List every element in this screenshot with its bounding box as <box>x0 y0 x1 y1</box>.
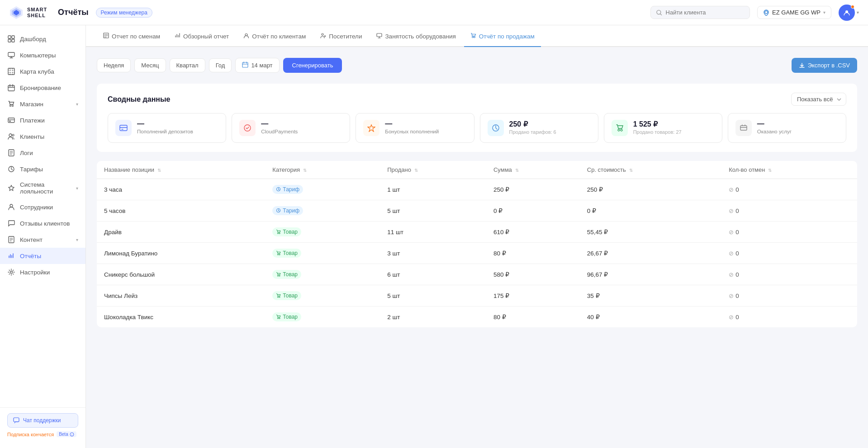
period-btn-квартал[interactable]: Квартал <box>170 58 205 72</box>
sidebar-item-dashboard[interactable]: Дашборд <box>0 31 85 47</box>
svg-point-18 <box>9 134 12 137</box>
summary-section: Сводные данные Показать всё — Пополнений… <box>97 84 857 152</box>
report-content: НеделяМесяцКварталГод 14 мартСгенерирова… <box>86 47 868 338</box>
card-icon-cloud-payments <box>239 120 256 136</box>
manager-mode-badge[interactable]: Режим менеджера <box>96 8 152 18</box>
col-label-name: Название позиции <box>104 166 154 173</box>
sidebar-label-reviews: Отзывы клиентов <box>20 220 78 227</box>
cell-name: Шоколадка Твикс <box>97 307 265 328</box>
sidebar-item-tariffs[interactable]: Тарифы <box>0 161 85 177</box>
sidebar-item-reports[interactable]: Отчёты <box>0 248 85 264</box>
sidebar-item-club-map[interactable]: Карта клуба <box>0 63 85 80</box>
tab-overview-report[interactable]: Обзорный отчет <box>168 25 235 47</box>
cancel-icon: ⊘ <box>729 229 734 236</box>
col-header-sum[interactable]: Сумма ⇅ <box>486 161 580 179</box>
tab-equipment[interactable]: Занятость оборудования <box>370 25 462 47</box>
svg-marker-37 <box>368 125 375 132</box>
tab-label-clients-report: Отчёт по клиентам <box>252 33 306 40</box>
col-header-name[interactable]: Название позиции ⇅ <box>97 161 265 179</box>
svg-rect-31 <box>377 33 382 37</box>
user-chevron[interactable]: ▾ <box>857 10 859 15</box>
category-icon <box>276 229 281 235</box>
col-header-sold[interactable]: Продано ⇅ <box>380 161 486 179</box>
card-icon-deposits <box>115 120 132 136</box>
sidebar-item-employees[interactable]: Сотрудники <box>0 199 85 215</box>
col-header-avg_cost[interactable]: Ср. стоимость ⇅ <box>580 161 721 179</box>
sidebar-item-logs[interactable]: Логи <box>0 145 85 161</box>
card-body-tariffs-sold: 250 ₽ Продано тарифов: 6 <box>509 120 591 135</box>
sidebar-item-content[interactable]: Контент ▾ <box>0 231 85 248</box>
tab-visitors[interactable]: Посетители <box>314 25 368 47</box>
cancel-icon: ⊘ <box>729 292 734 299</box>
tab-clients-report[interactable]: Отчёт по клиентам <box>237 25 312 47</box>
sidebar-icon-employees <box>7 203 15 211</box>
sidebar-item-payments[interactable]: Платежи <box>0 112 85 128</box>
col-header-cancels[interactable]: Кол-во отмен ⇅ <box>721 161 857 179</box>
card-label-cloud-payments: CloudPayments <box>261 129 342 134</box>
sidebar-icon-settings <box>7 268 15 276</box>
cell-cancels: ⊘0 <box>721 307 857 328</box>
sidebar-item-settings[interactable]: Настройки <box>0 264 85 280</box>
cell-sum: 0 ₽ <box>486 200 580 222</box>
cell-cancels: ⊘0 <box>721 264 857 285</box>
cell-name: Лимонад Буратино <box>97 243 265 264</box>
sidebar-item-shop[interactable]: Магазин ▾ <box>0 96 85 112</box>
export-csv-button[interactable]: Экспорт в .CSV <box>792 58 857 73</box>
show-all-select[interactable]: Показать всё <box>791 93 846 106</box>
svg-rect-25 <box>14 418 19 422</box>
sidebar-item-clients[interactable]: Клиенты <box>0 128 85 145</box>
cancel-count: ⊘0 <box>729 186 850 193</box>
cell-avg-cost: 55,45 ₽ <box>580 222 721 243</box>
summary-card-deposits: — Пополнений депозитов <box>108 113 226 143</box>
svg-point-30 <box>322 33 323 35</box>
generate-button[interactable]: Сгенерировать <box>283 58 342 73</box>
svg-rect-8 <box>12 36 14 38</box>
category-badge: Товар <box>272 291 301 300</box>
summary-card-bonus: — Бонусных пополнений <box>356 113 474 143</box>
cancel-icon: ⊘ <box>729 250 734 257</box>
card-label-deposits: Пополнений депозитов <box>137 129 218 134</box>
col-header-category[interactable]: Категория ⇅ <box>265 161 380 179</box>
sidebar-item-reviews[interactable]: Отзывы клиентов <box>0 215 85 231</box>
cell-name: 3 часа <box>97 179 265 200</box>
sidebar-icon-booking <box>7 84 15 92</box>
card-body-bonus: — Бонусных пополнений <box>385 120 466 134</box>
category-icon <box>276 314 281 320</box>
period-btn-месяц[interactable]: Месяц <box>134 58 166 72</box>
tab-sales-report[interactable]: Отчёт по продажам <box>464 25 541 47</box>
cell-name: Драйв <box>97 222 265 243</box>
cancel-icon: ⊘ <box>729 207 734 214</box>
location-selector[interactable]: EZ GAME GG WP ▾ <box>757 6 831 19</box>
date-picker-button[interactable]: 14 март <box>235 58 279 73</box>
cell-sold: 5 шт <box>380 285 486 307</box>
svg-rect-9 <box>8 39 11 42</box>
sidebar-item-loyalty[interactable]: Система лояльности ▾ <box>0 177 85 199</box>
category-badge: Тариф <box>272 185 303 194</box>
search-box[interactable] <box>650 6 750 19</box>
table-row: Чипсы Лейз Товар 5 шт 175 ₽ 35 ₽ ⊘0 <box>97 285 857 307</box>
location-chevron: ▾ <box>823 10 825 15</box>
tab-icon-overview-report <box>175 33 180 40</box>
category-badge: Товар <box>272 227 301 236</box>
cell-avg-cost: 250 ₽ <box>580 179 721 200</box>
chat-support-button[interactable]: Чат поддержки <box>7 413 78 428</box>
cell-avg-cost: 0 ₽ <box>580 200 721 222</box>
cell-sum: 610 ₽ <box>486 222 580 243</box>
col-label-sold: Продано <box>387 166 411 173</box>
cancel-count: ⊘0 <box>729 229 850 236</box>
summary-cards: — Пополнений депозитов — CloudPayments —… <box>108 113 846 143</box>
sidebar: Дашборд Компьютеры Карта клуба Бронирова… <box>0 25 86 448</box>
svg-point-40 <box>621 129 622 131</box>
table-row: Лимонад Буратино Товар 3 шт 80 ₽ 26,67 ₽… <box>97 243 857 264</box>
cell-sold: 6 шт <box>380 264 486 285</box>
user-avatar-button[interactable] <box>839 5 855 21</box>
svg-rect-16 <box>8 118 14 123</box>
tab-shift-report[interactable]: Отчет по сменам <box>97 25 166 47</box>
period-btn-неделя[interactable]: Неделя <box>97 58 131 72</box>
table-row: 5 часов Тариф 5 шт 0 ₽ 0 ₽ ⊘0 <box>97 200 857 222</box>
search-input[interactable] <box>666 9 744 16</box>
sidebar-item-computers[interactable]: Компьютеры <box>0 47 85 63</box>
sidebar-item-booking[interactable]: Бронирование <box>0 80 85 96</box>
period-btn-год[interactable]: Год <box>209 58 232 72</box>
logo[interactable]: SMART SHELL <box>9 5 47 20</box>
